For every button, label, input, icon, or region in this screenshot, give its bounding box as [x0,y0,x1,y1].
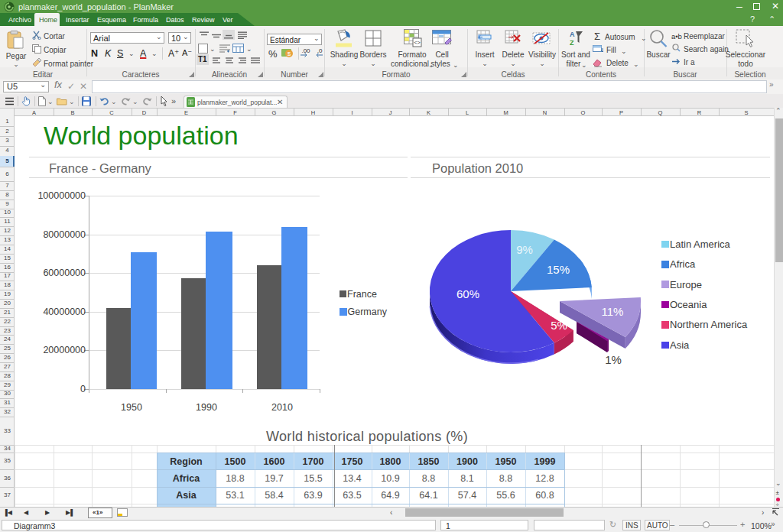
svg-text:11%: 11% [602,305,624,318]
svg-text:5%: 5% [551,319,567,332]
svg-text:1%: 1% [605,353,622,366]
svg-text:15%: 15% [547,263,570,276]
svg-text:9%: 9% [516,243,533,256]
svg-text:60%: 60% [456,287,479,300]
